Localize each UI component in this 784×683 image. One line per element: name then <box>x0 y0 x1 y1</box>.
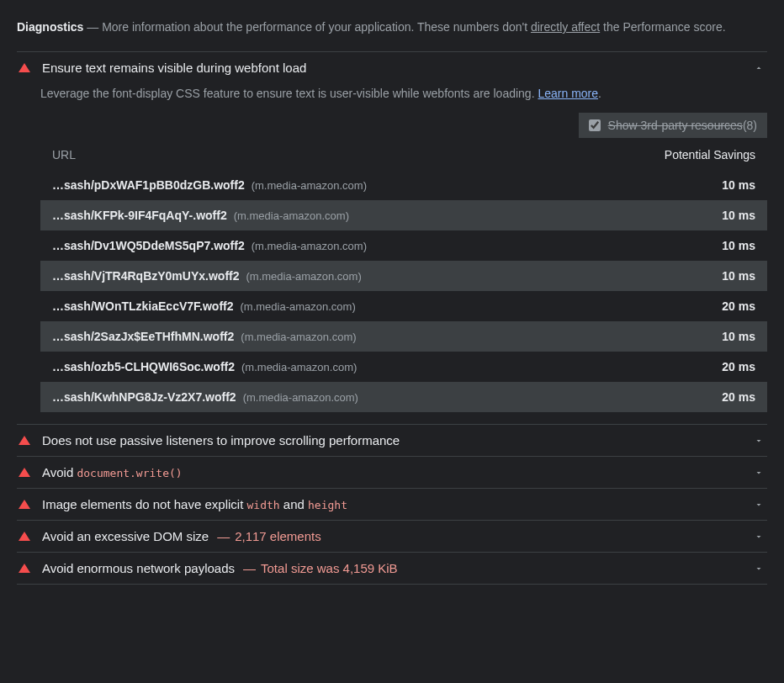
audit-title: Does not use passive listeners to improv… <box>42 433 754 447</box>
diagnostics-title: Diagnostics <box>17 20 83 34</box>
resource-host: (m.media-amazon.com) <box>246 270 362 283</box>
third-party-label: Show 3rd-party resources <box>608 119 743 132</box>
resource-url[interactable]: …sash/KwhNPG8Jz-Vz2X7.woff2 <box>52 390 236 404</box>
table-header: URL Potential Savings <box>40 141 767 170</box>
resource-url[interactable]: …sash/ozb5-CLHQWI6Soc.woff2 <box>52 360 235 373</box>
resource-host: (m.media-amazon.com) <box>241 331 356 343</box>
col-savings: Potential Savings <box>654 148 755 161</box>
table-row: …sash/WOnTLzkiaEccV7F.woff2(m.media-amaz… <box>40 291 767 321</box>
chevron-down-icon <box>754 468 764 478</box>
directly-affect-link[interactable]: directly affect <box>531 20 600 34</box>
audit-toggle[interactable]: Avoid document.write() <box>17 457 767 488</box>
audit-toggle[interactable]: Avoid an excessive DOM size—2,117 elemen… <box>17 521 767 552</box>
table-row: …sash/2SazJx$EeTHfhMN.woff2(m.media-amaz… <box>40 321 767 352</box>
diagnostics-header: Diagnostics — More information about the… <box>17 13 767 46</box>
audit-title: Image elements do not have explicit widt… <box>42 497 754 511</box>
resource-savings: 20 ms <box>654 360 755 373</box>
audit-font-display: Ensure text remains visible during webfo… <box>17 52 767 425</box>
warning-triangle-icon <box>19 63 30 72</box>
audit-toggle[interactable]: Ensure text remains visible during webfo… <box>17 52 767 83</box>
resource-url[interactable]: …sash/KFPk-9IF4FqAqY-.woff2 <box>52 209 227 222</box>
resource-url[interactable]: …sash/VjTR4RqBzY0mUYx.woff2 <box>52 269 240 283</box>
payload-value: Total size was 4,159 KiB <box>261 561 398 575</box>
resource-host: (m.media-amazon.com) <box>234 209 349 222</box>
learn-more-link[interactable]: Learn more <box>538 87 598 100</box>
chevron-down-icon <box>754 532 764 542</box>
warning-triangle-icon <box>19 532 30 541</box>
third-party-checkbox[interactable] <box>589 119 601 131</box>
audit-toggle[interactable]: Avoid enormous network payloads—Total si… <box>17 553 767 584</box>
table-row: …sash/pDxWAF1pBB0dzGB.woff2(m.media-amaz… <box>40 170 767 200</box>
table-row: …sash/KFPk-9IF4FqAqY-.woff2(m.media-amaz… <box>40 200 767 230</box>
audit-image-dimensions: Image elements do not have explicit widt… <box>17 489 767 521</box>
resource-savings: 10 ms <box>654 178 755 192</box>
audit-passive-listeners: Does not use passive listeners to improv… <box>17 425 767 457</box>
audit-title: Avoid document.write() <box>42 465 754 479</box>
audit-toggle[interactable]: Does not use passive listeners to improv… <box>17 425 767 456</box>
audit-network-payloads: Avoid enormous network payloads—Total si… <box>17 553 767 585</box>
table-row: …sash/Dv1WQ5DdeMS5qP7.woff2(m.media-amaz… <box>40 230 767 261</box>
resource-host: (m.media-amazon.com) <box>241 361 357 373</box>
resource-url[interactable]: …sash/pDxWAF1pBB0dzGB.woff2 <box>52 178 245 192</box>
dom-size-value: 2,117 elements <box>235 529 321 543</box>
resource-url[interactable]: …sash/WOnTLzkiaEccV7F.woff2 <box>52 299 234 313</box>
chevron-up-icon <box>754 63 764 73</box>
warning-triangle-icon <box>19 500 30 509</box>
audit-title: Ensure text remains visible during webfo… <box>42 61 754 75</box>
warning-triangle-icon <box>19 564 30 573</box>
resource-savings: 10 ms <box>654 269 755 283</box>
chevron-down-icon <box>754 564 764 574</box>
audit-description: Leverage the font-display CSS feature to… <box>40 85 767 113</box>
warning-triangle-icon <box>19 436 30 445</box>
audit-title: Avoid enormous network payloads—Total si… <box>42 561 754 575</box>
resource-host: (m.media-amazon.com) <box>243 391 358 404</box>
audit-title: Avoid an excessive DOM size—2,117 elemen… <box>42 529 754 543</box>
resource-savings: 10 ms <box>654 330 755 343</box>
audit-document-write: Avoid document.write() <box>17 457 767 489</box>
third-party-toggle[interactable]: Show 3rd-party resources (8) <box>579 113 767 138</box>
resource-host: (m.media-amazon.com) <box>252 179 367 192</box>
resource-host: (m.media-amazon.com) <box>252 240 367 252</box>
resource-savings: 20 ms <box>654 299 755 313</box>
table-row: …sash/ozb5-CLHQWI6Soc.woff2(m.media-amaz… <box>40 352 767 382</box>
audit-body: Leverage the font-display CSS feature to… <box>17 83 767 424</box>
audit-dom-size: Avoid an excessive DOM size—2,117 elemen… <box>17 521 767 553</box>
resource-savings: 10 ms <box>654 239 755 252</box>
warning-triangle-icon <box>19 468 30 477</box>
col-url: URL <box>52 148 654 161</box>
resources-table: URL Potential Savings …sash/pDxWAF1pBB0d… <box>40 141 767 412</box>
chevron-down-icon <box>754 436 764 446</box>
table-row: …sash/VjTR4RqBzY0mUYx.woff2(m.media-amaz… <box>40 261 767 291</box>
resource-host: (m.media-amazon.com) <box>241 300 356 313</box>
resource-url[interactable]: …sash/2SazJx$EeTHfhMN.woff2 <box>52 330 234 343</box>
chevron-down-icon <box>754 500 764 510</box>
resource-url[interactable]: …sash/Dv1WQ5DdeMS5qP7.woff2 <box>52 239 245 252</box>
table-row: …sash/KwhNPG8Jz-Vz2X7.woff2(m.media-amaz… <box>40 382 767 412</box>
audit-toggle[interactable]: Image elements do not have explicit widt… <box>17 489 767 520</box>
resource-savings: 20 ms <box>654 390 755 404</box>
resource-savings: 10 ms <box>654 209 755 222</box>
